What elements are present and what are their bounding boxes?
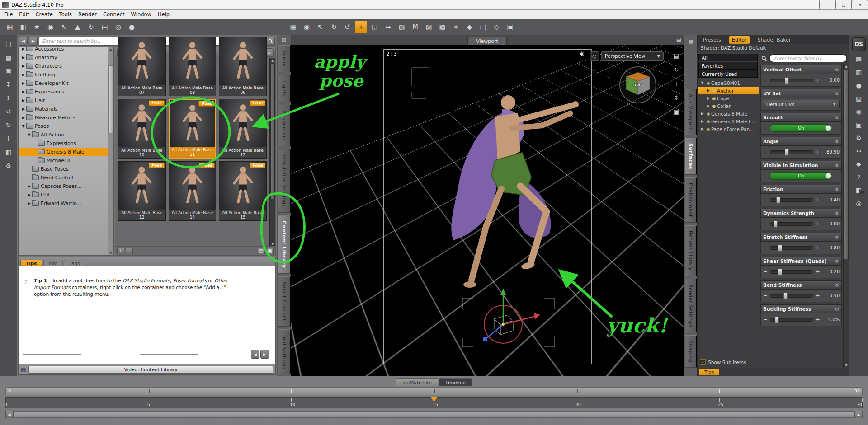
frame-icon[interactable]: ▣ [671,107,682,117]
scroll-left-icon[interactable]: ◀ [5,411,13,418]
show-sub-items-checkbox[interactable]: ✓ [700,359,706,365]
side-tab[interactable]: Shaping [684,335,697,368]
maximize-button[interactable]: □ [835,0,852,9]
perspective-icon[interactable]: ◉ [301,21,313,33]
toggle-switch[interactable]: On [770,172,832,180]
rotate-tool-icon[interactable]: ↻ [328,21,340,33]
nudge-minus-button[interactable]: − [763,245,768,251]
expander-icon[interactable]: ▶ [26,201,32,205]
expander-icon[interactable]: ▶ [20,107,26,111]
slider-track[interactable] [770,246,813,250]
tree-row[interactable]: ▶ CDI [19,191,108,199]
side-tab[interactable]: Tool Settings [277,329,291,374]
content-tool-icon[interactable]: ◧ [17,21,29,33]
expander-icon[interactable]: ▶ [20,90,26,94]
slider-handle[interactable] [776,197,780,204]
properties-scroll-thumb[interactable] [844,70,849,259]
pose-thumbnail[interactable]: Pose All Action Male Base 10 [118,99,166,159]
scroll-right-icon[interactable]: ▶ [855,411,863,418]
tips-tab[interactable]: Tags [64,260,85,266]
tree-row[interactable]: ▶ Capsces Poses... [19,182,108,191]
gear-icon[interactable]: ⚙ [835,235,839,240]
camera-icon[interactable]: ▣ [504,21,516,33]
surfaces-tab[interactable]: Shader Baker [755,36,794,44]
nudge-plus-button[interactable]: + [815,221,821,227]
surface-tree-row[interactable]: ▶ ◉ Genesis 8 Male E... [698,117,759,125]
nudge-minus-button[interactable]: − [763,269,768,275]
expander-icon[interactable]: ▼ [26,133,32,137]
nudge-plus-button[interactable]: + [815,197,821,203]
timeline-range-bar[interactable]: 0 30 [5,387,863,395]
tree-row[interactable]: ▶ Characters [19,62,108,70]
property-header[interactable]: Vertical Offset ⚙ [760,65,842,74]
group-tool-icon[interactable]: ▤ [99,21,111,33]
expander-icon[interactable]: ▶ [699,119,705,123]
expander-icon[interactable]: ▼ [20,124,26,128]
tree-row[interactable]: ▶ Edward Warrio... [19,199,108,208]
property-header[interactable]: Stretch Stiffness ⚙ [760,233,842,242]
pane-menu-icon[interactable]: ▤ [860,1,865,385]
dforce-brush-icon[interactable]: ∗ [450,21,462,33]
side-tab[interactable]: Lights [277,75,291,102]
gear-icon[interactable]: ⚙ [835,187,839,192]
expander-icon[interactable]: ▶ [20,64,26,68]
slider-track[interactable] [770,318,813,322]
scroll-down-icon[interactable]: ▼ [270,242,275,246]
slider-handle[interactable] [775,317,779,323]
expander-icon[interactable]: ▶ [20,73,26,77]
tree-row[interactable]: ▶ Clothing [19,70,108,79]
target-tool-icon[interactable]: ◎ [112,21,124,33]
nudge-plus-button[interactable]: + [815,149,821,155]
slider-track[interactable] [770,150,813,154]
surfaces-tab[interactable]: Presets [700,36,724,44]
timeline-tab[interactable]: Timeline [439,378,472,386]
scroll-down-icon[interactable]: ▼ [844,364,849,367]
expander-icon[interactable]: ▼ [699,81,705,85]
back-button[interactable]: ◀ [19,37,28,46]
scroll-up-icon[interactable]: ▲ [844,65,849,68]
tree-row[interactable]: ▼ All Action [19,131,108,139]
menu-item[interactable]: Render [75,10,100,19]
forward-button[interactable]: ▶ [29,37,38,46]
property-header[interactable]: Angle ⚙ [760,137,842,146]
property-header[interactable]: Visible in Simulation ⚙ [760,161,842,170]
pose-thumbnail[interactable]: All Action Male Base 08 [169,37,217,96]
expander-icon[interactable]: ▶ [26,184,32,188]
thumbnail-scrollbar[interactable]: ▲ ▼ [269,58,275,246]
new-file-icon[interactable]: ▢ [3,39,14,49]
pan-icon[interactable]: + [671,79,682,89]
menu-item[interactable]: Window [128,10,155,19]
timeline-tab[interactable]: aniMate Lite [396,378,438,386]
node-edit-icon[interactable]: ◆ [463,21,476,33]
surface-tree-row[interactable]: ▶ ◉ Pace dForce Pan... [698,125,759,133]
gear-icon[interactable]: ⚙ [835,139,839,144]
scroll-down-icon[interactable]: ▼ [108,251,113,255]
slider-handle[interactable] [785,77,789,84]
quick-filter-row[interactable]: All [698,54,758,61]
folder-options-icon[interactable]: ▤ [258,248,265,254]
tree-row[interactable]: Bend Control [19,173,108,182]
slider-handle[interactable] [778,245,782,252]
pose-thumbnail[interactable]: All Action Male Base 07 [118,37,166,96]
tree-row[interactable]: ▶ Anatomy [19,53,108,62]
open-file-icon[interactable]: ▤ [3,52,14,62]
gear-icon[interactable]: ⚙ [835,211,839,216]
property-header[interactable]: UV Set ⚙ [760,89,842,98]
thumbnail-scroll-thumb[interactable] [270,64,275,199]
quick-filter-row[interactable]: Favorites [698,62,758,70]
minimize-button[interactable]: – [819,0,835,9]
pane-menu-icon[interactable]: ▤ [676,37,681,43]
tree-row[interactable]: ▶ Expressions [19,88,108,96]
audio-tool-icon[interactable]: ● [126,21,138,33]
tip-prev-button[interactable]: ◀ [251,350,259,359]
export-icon[interactable]: ↥ [3,93,14,103]
properties-scrollbar[interactable]: ▲ ▼ [843,64,849,368]
globe-icon[interactable]: ◉ [579,50,584,57]
menu-item[interactable]: File [1,10,16,19]
slider-track[interactable] [770,294,813,298]
nudge-minus-button[interactable]: − [763,293,768,299]
expander-icon[interactable]: ▶ [20,116,26,120]
surface-tree-row[interactable]: ▶ ◉ Genesis 8 Male [698,110,759,117]
save-icon[interactable]: ▣ [3,66,14,76]
expander-icon[interactable]: ▶ [20,81,26,85]
